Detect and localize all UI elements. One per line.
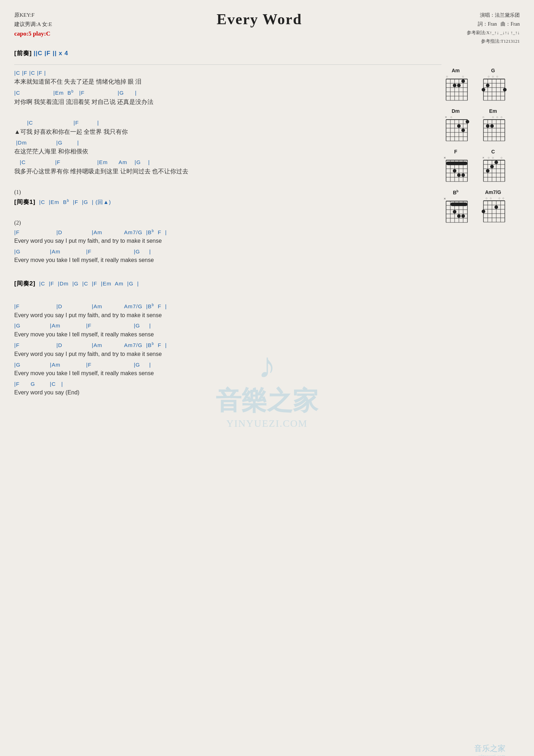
page-container: 原KEY:F 建议男调:A 女:E capo:5 play:C Every Wo… <box>14 11 520 756</box>
svg-point-68 <box>486 124 490 128</box>
svg-text:×: × <box>445 115 447 119</box>
intro-section: [前奏] ||C |F || x 4 <box>14 49 441 58</box>
svg-point-34 <box>503 88 507 91</box>
chord-am7g: Am7/G ○ ○ ○ ○ <box>477 189 509 226</box>
interlude2-chords: [间奏2] |C |F |Dm |G |C |F |Em Am |G | <box>14 279 441 288</box>
intro-label-chords: [前奏] ||C |F || x 4 <box>14 49 441 58</box>
capo-info: capo:5 play:C <box>14 29 52 39</box>
lyricist-composer: 詞：Fran 曲：Fran <box>467 20 520 28</box>
chord-c-grid: × ○ ○ ○ <box>480 155 507 184</box>
lyricist: 詞：Fran <box>478 21 497 27</box>
paren-2: (2) <box>14 220 441 226</box>
svg-point-32 <box>482 88 485 91</box>
intro-chords: ||C |F || x 4 <box>34 50 68 57</box>
header-right: 演唱：法兰黛乐团 詞：Fran 曲：Fran 参考刷法:X↑_↑↓ _↓↑↓ ↑… <box>467 11 520 45</box>
song-title: Every Word <box>52 11 466 28</box>
svg-text:○: ○ <box>462 75 464 78</box>
header-center: Every Word <box>52 11 466 28</box>
verse4-section: |F |D |Am Am7/G |Bb F | Every word you s… <box>14 302 441 397</box>
interlude2-section: [间奏2] |C |F |Dm |G |C |F |Em Am |G | <box>14 279 441 288</box>
verse4-line2-chords: |G |Am |F |G | <box>14 322 441 330</box>
chord-am: Am ○ ○ <box>440 68 472 104</box>
verse1-line1-lyrics: 本来就知道留不住 失去了还是 情绪化地掉 眼 泪 <box>14 77 441 86</box>
verse4-line4-chords: |G |Am |F |G | <box>14 361 441 369</box>
header: 原KEY:F 建议男调:A 女:E capo:5 play:C Every Wo… <box>14 11 520 45</box>
svg-text:○: ○ <box>502 196 504 200</box>
chord-bb: Bb ✕ 1 <box>440 189 472 226</box>
svg-point-15 <box>457 84 461 87</box>
svg-text:○: ○ <box>496 75 498 78</box>
chord-diagrams-panel: Am ○ ○ <box>440 68 509 226</box>
chord-em-grid: ○ ○ ○ ○ <box>480 115 507 143</box>
verse4-line1-chords: |F |D |Am Am7/G |Bb F | <box>14 302 441 311</box>
svg-text:○: ○ <box>492 156 494 159</box>
divider1 <box>14 64 441 65</box>
svg-text:✕: ✕ <box>444 156 446 159</box>
svg-text:○: ○ <box>450 115 452 119</box>
svg-point-124 <box>461 214 465 218</box>
svg-point-16 <box>461 79 465 83</box>
chord-em: Em ○ ○ ○ ○ <box>477 108 509 145</box>
verse3-line1-en: Every word you say I put my faith, and t… <box>14 236 441 246</box>
main-content: [前奏] ||C |F || x 4 |C |F |C |F | 本来就知道留不… <box>14 49 441 397</box>
svg-text:○: ○ <box>501 115 502 119</box>
svg-point-122 <box>453 210 456 214</box>
verse2-line2-lyrics: 在这茫茫人海里 和你相偎依 <box>14 147 441 156</box>
verse1-line2-chords: |C |Em Bb |F |G | <box>14 89 441 97</box>
svg-text:○: ○ <box>446 75 448 78</box>
svg-text:×: × <box>482 156 484 159</box>
watermark-en: YINYUEZI.COM <box>216 418 318 429</box>
strumming-ref: 参考刷法:X↑_↑↓ _↓↑↓ ↑_↑↓ <box>467 28 520 37</box>
svg-text:○: ○ <box>498 196 500 200</box>
footer-cn: 音乐之家 <box>474 743 506 754</box>
verse3-section: (2) |F |D |Am Am7/G |Bb F | Every word y… <box>14 220 441 265</box>
verse2-line2-chords: |Dm |G | <box>14 139 441 147</box>
chord-g-grid: ○ ○ ○ <box>480 74 507 103</box>
svg-point-106 <box>486 169 490 173</box>
chord-f-grid: ✕ 1 <box>443 155 469 184</box>
original-key: 原KEY:F <box>14 11 52 20</box>
suggested-key: 建议男调:A 女:E <box>14 20 52 29</box>
svg-point-104 <box>494 161 498 164</box>
chord-bb-grid: ✕ 1 <box>443 196 469 225</box>
interlude1-section: (1) [间奏1] |C |Em Bb |F |G | (回▲) <box>14 189 441 207</box>
svg-point-85 <box>453 169 456 173</box>
verse3-line2-en: Every move you take I tell myself, it re… <box>14 256 441 265</box>
svg-text:○: ○ <box>496 115 498 119</box>
fingering-ref: 参考指法:T1213121 <box>467 37 520 45</box>
chord-dm-grid: × ○ <box>443 115 469 143</box>
svg-point-51 <box>466 120 469 124</box>
svg-point-87 <box>461 173 465 177</box>
svg-point-141 <box>482 210 485 213</box>
verse1-section: |C |F |C |F | 本来就知道留不住 失去了还是 情绪化地掉 眼 泪 |… <box>14 69 441 107</box>
svg-point-33 <box>486 84 490 87</box>
verse4-line4-en: Every move you take I tell myself, it re… <box>14 369 441 378</box>
verse3-line2-chords: |G |Am |F |G | <box>14 248 441 256</box>
svg-point-69 <box>490 124 494 128</box>
verse2-line3-lyrics: 我多开心这世界有你 维持嗯吸走到这里 让时间过去 也不让你过去 <box>14 167 441 176</box>
intro-label: [前奏] <box>14 50 32 57</box>
svg-point-86 <box>457 173 461 177</box>
verse4-line5-en: Every word you say (End) <box>14 388 441 397</box>
paren-1: (1) <box>14 189 441 195</box>
chord-am7g-grid: ○ ○ ○ ○ <box>480 196 507 224</box>
svg-rect-84 <box>446 162 467 165</box>
svg-point-50 <box>461 128 465 132</box>
svg-text:○: ○ <box>501 156 502 159</box>
chord-g: G ○ ○ ○ <box>477 68 509 104</box>
verse2-section: |C |F | ▲可我 好喜欢和你在一起 全世界 我只有你 |Dm |G | 在… <box>14 119 441 176</box>
interlude1-label: [间奏1] <box>14 199 36 205</box>
header-left: 原KEY:F 建议男调:A 女:E capo:5 play:C <box>14 11 52 39</box>
verse4-line5-chords: |F G |C | <box>14 380 441 388</box>
verse3-line1-chords: |F |D |Am Am7/G |Bb F | <box>14 228 441 237</box>
verse4-line3-chords: |F |D |Am Am7/G |Bb F | <box>14 341 441 350</box>
chord-f: F ✕ 1 <box>440 149 472 185</box>
svg-text:○: ○ <box>492 115 494 119</box>
svg-text:○: ○ <box>492 75 494 78</box>
interlude1-chords: [间奏1] |C |Em Bb |F |G | (回▲) <box>14 198 441 207</box>
verse2-line1-lyrics: ▲可我 好喜欢和你在一起 全世界 我只有你 <box>14 127 441 137</box>
svg-text:○: ○ <box>482 115 484 119</box>
verse1-line1-chords: |C |F |C |F | <box>14 69 441 77</box>
singer: 演唱：法兰黛乐团 <box>467 11 520 20</box>
svg-text:○: ○ <box>488 75 490 78</box>
